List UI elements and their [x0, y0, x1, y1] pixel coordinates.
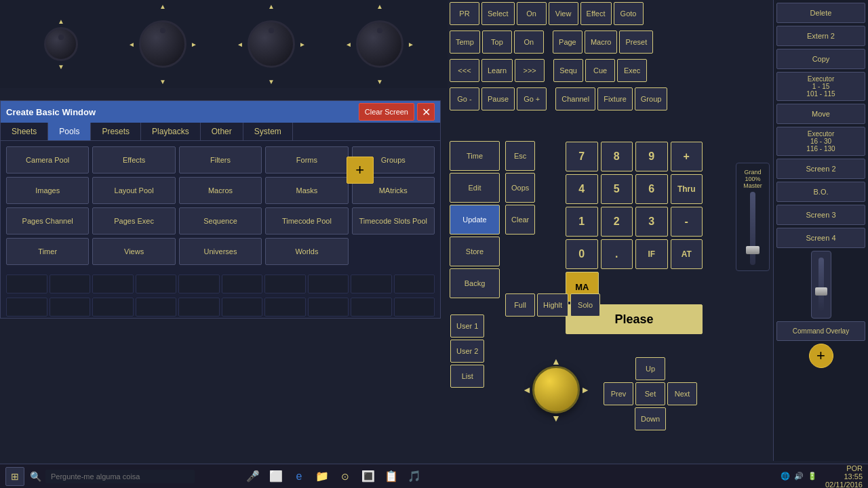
grid-item-pages-exec[interactable]: Pages Exec	[92, 207, 175, 235]
btn-move[interactable]: Move	[776, 104, 865, 124]
app-icon-3[interactable]: 🎵	[406, 468, 423, 485]
btn-edit[interactable]: Edit	[450, 173, 500, 203]
grid-item-timecode-slots-pool[interactable]: Timecode Slots Pool	[352, 207, 435, 235]
knob-4[interactable]: ▲ ▼ ◄ ►	[356, 14, 403, 75]
btn-pause[interactable]: Pause	[481, 87, 515, 110]
btn-5[interactable]: 5	[601, 174, 633, 204]
tab-presets[interactable]: Presets	[91, 123, 141, 140]
chrome-icon[interactable]: ⊙	[336, 468, 354, 485]
slider-knob[interactable]	[746, 246, 760, 254]
grid-item-images[interactable]: Images	[6, 177, 89, 204]
grid-item-views[interactable]: Views	[92, 238, 175, 265]
btn-on2[interactable]: On	[514, 30, 544, 54]
btn-screen3[interactable]: Screen 3	[776, 205, 865, 225]
knob-1[interactable]: ▲ ▼	[44, 27, 78, 61]
app-icon-2[interactable]: 📋	[382, 468, 400, 485]
btn-at[interactable]: AT	[671, 239, 703, 269]
grid-item-forms[interactable]: Forms	[265, 146, 348, 174]
app-icon-1[interactable]: 🔳	[359, 468, 377, 485]
btn-bo[interactable]: B.O.	[776, 182, 865, 202]
grid-item-camera-pool[interactable]: Camera Pool	[6, 146, 89, 174]
btn-list[interactable]: List	[450, 365, 484, 388]
btn-go-plus[interactable]: Go +	[517, 87, 547, 110]
btn-effect[interactable]: Effect	[580, 2, 612, 25]
btn-next[interactable]: Next	[667, 382, 697, 405]
grid-item-layout-pool[interactable]: Layout Pool	[92, 177, 175, 204]
knob-2[interactable]: ▲ ▼ ◄ ►	[139, 14, 186, 75]
btn-set[interactable]: Set	[635, 382, 665, 405]
grid-item-worlds[interactable]: Worlds	[265, 238, 348, 265]
grand-master-slider[interactable]: Grand100%Master	[736, 163, 770, 271]
taskview-icon[interactable]: ⬜	[267, 468, 285, 485]
btn-exec[interactable]: Exec	[617, 59, 647, 82]
btn-minus[interactable]: -	[671, 207, 703, 237]
btn-prev[interactable]: Prev	[604, 382, 633, 405]
folder-icon[interactable]: 📁	[313, 468, 331, 485]
grid-item-universes[interactable]: Universes	[179, 238, 262, 265]
btn-4[interactable]: 4	[566, 174, 598, 204]
btn-temp[interactable]: Temp	[450, 30, 480, 54]
btn-macro[interactable]: Macro	[585, 30, 618, 54]
btn-if[interactable]: IF	[635, 239, 668, 269]
btn-cue[interactable]: Cue	[585, 59, 615, 82]
btn-store[interactable]: Store	[450, 237, 500, 266]
btn-thru[interactable]: Thru	[671, 174, 703, 204]
btn-solo[interactable]: Solo	[570, 293, 600, 317]
btn-view[interactable]: View	[549, 2, 578, 25]
grid-item-timer[interactable]: Timer	[6, 238, 89, 265]
search-input[interactable]	[45, 470, 195, 483]
btn-select[interactable]: Select	[481, 2, 515, 25]
btn-goto[interactable]: Goto	[614, 2, 644, 25]
btn-screen2[interactable]: Screen 2	[776, 159, 865, 179]
clear-screen-button[interactable]: Clear Screen	[359, 103, 414, 121]
grid-item-sequence[interactable]: Sequence	[179, 207, 262, 235]
btn-page[interactable]: Page	[553, 30, 583, 54]
btn-dot[interactable]: .	[601, 239, 633, 269]
btn-2[interactable]: 2	[601, 207, 633, 237]
start-button[interactable]: ⊞	[5, 467, 24, 486]
btn-preset[interactable]: Preset	[619, 30, 653, 54]
btn-command-overlay[interactable]: Command Overlay	[776, 321, 865, 341]
btn-learn[interactable]: Learn	[481, 59, 513, 82]
mic-icon[interactable]: 🎤	[244, 468, 262, 485]
slider-track[interactable]	[750, 192, 755, 265]
grid-item-filters[interactable]: Filters	[179, 146, 262, 174]
tab-sheets[interactable]: Sheets	[1, 123, 48, 140]
btn-fixture[interactable]: Fixture	[597, 87, 633, 110]
btn-update[interactable]: Update	[450, 205, 500, 235]
btn-full[interactable]: Full	[505, 293, 535, 317]
btn-copy[interactable]: Copy	[776, 49, 865, 69]
btn-clear[interactable]: Clear	[505, 205, 535, 235]
btn-user2[interactable]: User 2	[450, 340, 484, 363]
close-dialog-button[interactable]: ✕	[417, 103, 435, 121]
btn-3[interactable]: 3	[635, 207, 668, 237]
btn-8[interactable]: 8	[601, 142, 633, 171]
btn-plus[interactable]: +	[671, 142, 703, 171]
btn-group[interactable]: Group	[635, 87, 668, 110]
grid-item-pages-channel[interactable]: Pages Channel	[6, 207, 89, 235]
btn-screen4[interactable]: Screen 4	[776, 228, 865, 248]
tab-other[interactable]: Other	[201, 123, 243, 140]
btn-add-bottom[interactable]: +	[809, 344, 833, 368]
grid-item-timecode-pool[interactable]: Timecode Pool	[265, 207, 348, 235]
btn-time[interactable]: Time	[450, 141, 500, 171]
btn-backg[interactable]: Backg	[450, 268, 500, 298]
fader-slider-2[interactable]	[811, 251, 831, 319]
btn-up[interactable]: Up	[635, 357, 665, 380]
btn-sequ[interactable]: Sequ	[553, 59, 583, 82]
grid-item-effects[interactable]: Effects	[92, 146, 175, 174]
fader-handle-2[interactable]	[815, 287, 827, 296]
btn-go-minus[interactable]: Go -	[450, 87, 479, 110]
tab-system[interactable]: System	[243, 123, 293, 140]
btn-down[interactable]: Down	[635, 407, 666, 430]
btn-6[interactable]: 6	[635, 174, 668, 204]
tab-pools[interactable]: Pools	[48, 123, 91, 140]
trackball[interactable]	[532, 366, 580, 413]
btn-next3[interactable]: >>>	[515, 59, 545, 82]
grid-item-macros[interactable]: Macros	[179, 177, 262, 204]
grid-item-masks[interactable]: Masks	[265, 177, 348, 204]
btn-0[interactable]: 0	[566, 239, 598, 269]
btn-9[interactable]: 9	[635, 142, 668, 171]
add-item-button[interactable]: +	[347, 157, 374, 184]
tab-playbacks[interactable]: Playbacks	[141, 123, 201, 140]
